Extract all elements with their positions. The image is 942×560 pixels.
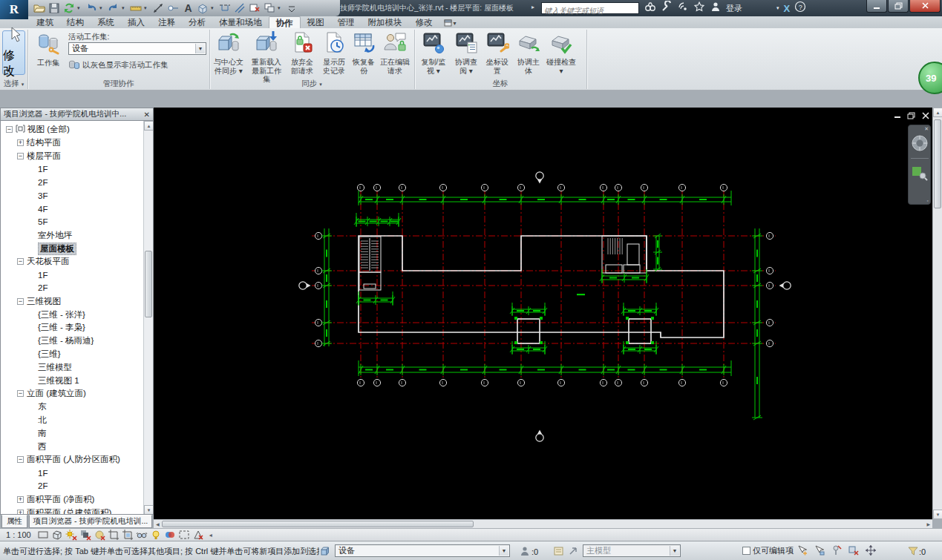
canvas-hscroll-thumb[interactable] bbox=[162, 521, 474, 527]
tab-插入[interactable]: 插入 bbox=[121, 16, 151, 28]
section-icon[interactable] bbox=[218, 2, 231, 15]
tree-item-三维视图1[interactable]: 三维视图 1 bbox=[3, 374, 153, 387]
tree-item-2F[interactable]: 2F bbox=[3, 176, 153, 189]
tree-item-5F[interactable]: 5F bbox=[3, 216, 153, 229]
collapse-icon[interactable]: − bbox=[17, 298, 24, 305]
tree-item-面积平面人防分区面积[interactable]: −面积平面 (人防分区面积) bbox=[3, 453, 153, 467]
dropdown-caret-icon[interactable]: ▾ bbox=[77, 5, 82, 11]
coord-panel-footer[interactable]: 坐标 bbox=[414, 77, 586, 89]
dropdown-caret-icon[interactable]: ▾ bbox=[99, 5, 105, 11]
tree-item-3F[interactable]: 3F bbox=[3, 189, 153, 202]
tab-修改[interactable]: 修改 bbox=[409, 16, 439, 28]
search-box[interactable] bbox=[541, 2, 639, 14]
aligned-dim-icon[interactable] bbox=[151, 2, 164, 15]
tab-注释[interactable]: 注释 bbox=[151, 16, 182, 28]
tab-视图[interactable]: 视图 bbox=[301, 16, 331, 28]
button-复制-监视[interactable]: 复制/监视 ▾ bbox=[417, 30, 450, 75]
show-crop-icon[interactable] bbox=[122, 529, 134, 541]
tab-附加模块[interactable]: 附加模块 bbox=[362, 16, 409, 28]
tab-管理[interactable]: 管理 bbox=[331, 16, 362, 28]
select-by-face-icon[interactable] bbox=[847, 544, 860, 556]
tree-item-三维[interactable]: {三维} bbox=[3, 348, 153, 361]
tree-item-1F[interactable]: 1F bbox=[3, 467, 153, 480]
measure-icon[interactable] bbox=[129, 2, 142, 15]
binoculars-icon[interactable] bbox=[644, 1, 656, 16]
save-icon[interactable] bbox=[48, 2, 60, 15]
dropdown-arrow-icon[interactable]: ▼ bbox=[670, 546, 679, 556]
search-input[interactable] bbox=[542, 6, 638, 16]
tag-icon[interactable] bbox=[166, 2, 179, 15]
tree-item-南[interactable]: 南 bbox=[3, 426, 153, 440]
status-workset-dropdown[interactable]: 设备▼ bbox=[335, 544, 510, 557]
infocenter-expand-icon[interactable]: ▸ bbox=[531, 4, 534, 10]
tab-体量和场地[interactable]: 体量和场地 bbox=[212, 16, 269, 28]
help-icon[interactable]: ? bbox=[794, 1, 806, 16]
tree-item-2F[interactable]: 2F bbox=[3, 282, 153, 295]
close-hidden-icon[interactable] bbox=[248, 2, 261, 15]
exchange-apps-icon[interactable]: X bbox=[784, 3, 791, 14]
view-close-icon[interactable] bbox=[920, 111, 931, 120]
browser-scroll-thumb[interactable] bbox=[145, 251, 152, 317]
properties-tab[interactable]: 属性 bbox=[1, 515, 27, 528]
collapse-icon[interactable]: − bbox=[17, 153, 24, 159]
tree-item-立面建筑立面[interactable]: −立面 (建筑立面) bbox=[3, 387, 153, 401]
button-碰撞检查[interactable]: 碰撞检查 ▾ bbox=[545, 30, 578, 75]
satellite-icon[interactable] bbox=[677, 1, 689, 16]
button-与中心文件同步[interactable]: 与中心文件同步 ▾ bbox=[211, 30, 246, 84]
tree-item-天花板平面[interactable]: −天花板平面 bbox=[3, 255, 153, 269]
button-恢复备份[interactable]: 恢复备份 bbox=[350, 30, 377, 84]
sync-icon[interactable] bbox=[62, 2, 75, 15]
reveal-hidden-icon[interactable] bbox=[150, 529, 163, 541]
dropdown-caret-icon[interactable]: ▾ bbox=[144, 5, 149, 11]
status-workset-icon[interactable] bbox=[320, 544, 332, 558]
dropdown-caret-icon[interactable]: ▾ bbox=[776, 5, 779, 11]
scroll-up-icon[interactable]: ▲ bbox=[144, 121, 154, 131]
collapse-icon[interactable]: − bbox=[17, 390, 24, 397]
sync-panel-footer[interactable]: 同步 ▾ bbox=[209, 77, 414, 89]
tree-item-1F[interactable]: 1F bbox=[3, 269, 153, 282]
expand-icon[interactable]: + bbox=[17, 139, 24, 146]
worksharing-display-icon[interactable] bbox=[553, 545, 565, 559]
tree-item-楼层平面[interactable]: −楼层平面 bbox=[3, 150, 153, 163]
ribbon-state-toggle[interactable]: ▾ bbox=[444, 18, 457, 28]
worksharing-display-icon[interactable] bbox=[164, 529, 177, 541]
button-协调主体[interactable]: 协调主体 bbox=[514, 30, 543, 75]
tree-item-4F[interactable]: 4F bbox=[3, 202, 153, 216]
temporary-hide-icon[interactable] bbox=[136, 529, 148, 541]
selection-filter[interactable]: :0 bbox=[907, 545, 926, 559]
design-option-dropdown[interactable]: 主模型▼ bbox=[583, 544, 681, 557]
visual-style-icon[interactable] bbox=[51, 529, 64, 541]
restore-button[interactable] bbox=[888, 0, 909, 13]
collapse-icon[interactable]: − bbox=[17, 258, 24, 265]
collapse-icon[interactable]: − bbox=[6, 126, 13, 133]
steering-wheel-icon[interactable] bbox=[910, 134, 929, 156]
select-panel-footer[interactable]: 选择 ▾ bbox=[0, 77, 27, 89]
drawing-area[interactable]: ✕ ◦ bbox=[154, 108, 932, 519]
crop-view-icon[interactable] bbox=[108, 529, 120, 541]
star-icon[interactable] bbox=[693, 1, 705, 16]
modify-button[interactable]: 修改 bbox=[2, 30, 25, 75]
view-minimize-icon[interactable] bbox=[892, 111, 903, 120]
canvas-horizontal-scrollbar[interactable]: ◀ ▶ bbox=[154, 519, 932, 528]
redo-icon[interactable] bbox=[107, 2, 120, 15]
button-重新载入最新工作集[interactable]: 重新载入最新工作集 bbox=[247, 30, 286, 84]
active-workset-dropdown[interactable]: 设备 ▼ bbox=[68, 42, 206, 55]
tree-item-室外地坪[interactable]: 室外地坪 bbox=[3, 228, 153, 242]
button-正在编辑请求[interactable]: 正在编辑请求 bbox=[378, 30, 412, 84]
dropdown-caret-icon[interactable]: ▾ bbox=[122, 5, 127, 11]
person-icon-lt[interactable] bbox=[710, 1, 722, 16]
navbar-close-icon[interactable]: ✕ bbox=[924, 126, 929, 132]
tree-item-视图全部[interactable]: −视图 (全部) bbox=[3, 123, 153, 136]
communication-center-badge[interactable]: 39 bbox=[918, 62, 942, 94]
default-3d-icon[interactable] bbox=[196, 2, 209, 15]
tree-item-面积平面净面积[interactable]: +面积平面 (净面积) bbox=[3, 493, 153, 506]
tree-item-1F[interactable]: 1F bbox=[3, 162, 153, 176]
tab-协作[interactable]: 协作 bbox=[269, 16, 301, 28]
select-pinned-icon[interactable] bbox=[830, 544, 843, 556]
select-links-icon[interactable] bbox=[796, 544, 808, 556]
editable-only-checkbox[interactable]: 仅可编辑项 bbox=[742, 545, 794, 556]
manage-panel-footer[interactable]: 管理协作 bbox=[27, 77, 209, 89]
tree-item-三维-杨雨迪[interactable]: {三维 - 杨雨迪} bbox=[3, 335, 153, 348]
dropdown-arrow-icon[interactable]: ▼ bbox=[499, 546, 508, 556]
tree-item-结构平面[interactable]: +结构平面 bbox=[3, 136, 153, 150]
